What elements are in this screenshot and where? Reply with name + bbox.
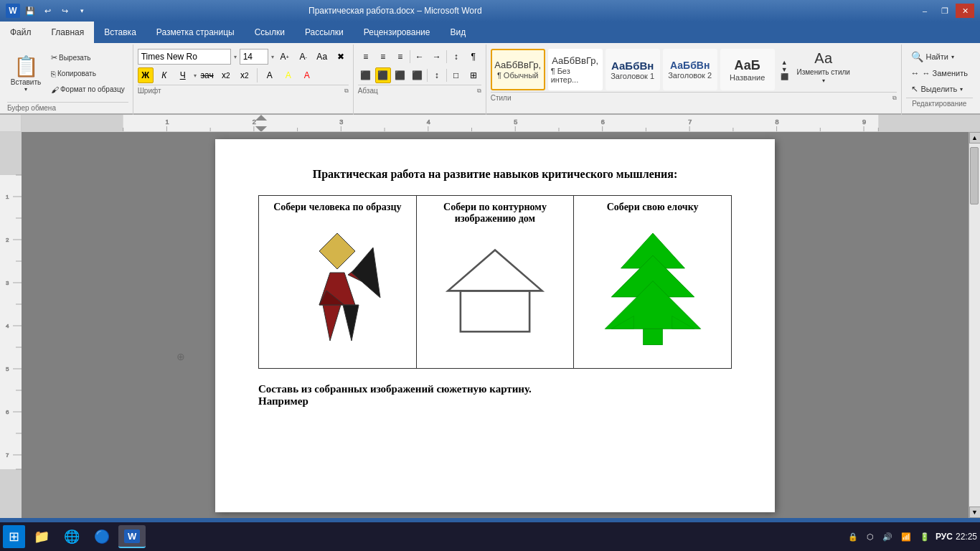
styles-more-btn[interactable]: ⬛ <box>781 73 788 80</box>
svg-text:4: 4 <box>6 323 9 329</box>
style-heading1-btn[interactable]: АаБбВн Заголовок 1 <box>606 49 660 90</box>
menu-tab-mailings[interactable]: Рассылки <box>295 22 354 43</box>
menu-tab-insert[interactable]: Вставка <box>94 22 146 43</box>
add-table-marker[interactable]: ⊕ <box>176 351 185 362</box>
font-name-dropdown[interactable]: ▾ <box>234 54 237 60</box>
font-label: Шрифт⧉ <box>138 85 349 96</box>
document-scroll[interactable]: ⊕ Практическая работа на развитие навыко… <box>22 132 969 518</box>
start-btn[interactable]: ⊞ <box>3 525 25 548</box>
replace-btn[interactable]: ↔ ↔ Заменить <box>906 66 974 80</box>
font-shrink-btn[interactable]: A- <box>296 49 311 65</box>
redo-quick-btn[interactable]: ↪ <box>57 4 72 18</box>
menu-tab-home[interactable]: Главная <box>42 22 95 43</box>
multilevel-btn[interactable]: ≡ <box>392 49 408 65</box>
copy-btn[interactable]: ⎘ Копировать <box>47 67 128 80</box>
style-title-btn[interactable]: АаБ Название <box>720 49 775 90</box>
svg-marker-61 <box>352 248 380 298</box>
indent-more-btn[interactable]: → <box>429 49 445 65</box>
taskbar-chrome-btn[interactable]: 🌐 <box>58 525 85 548</box>
highlight-btn[interactable]: A <box>281 67 296 83</box>
svg-text:2: 2 <box>253 118 256 126</box>
style-normal-btn[interactable]: АаБбВвГр, ¶ Обычный <box>491 49 545 90</box>
svg-text:7: 7 <box>688 118 692 126</box>
styles-scroll-up[interactable]: ▲ <box>781 59 788 66</box>
font-clear-btn[interactable]: ✖ <box>333 49 349 65</box>
line-spacing-btn[interactable]: ↕ <box>429 67 445 83</box>
quick-more-btn[interactable]: ▾ <box>75 4 89 18</box>
taskbar-browser-btn[interactable]: 🔵 <box>88 525 116 548</box>
person-image <box>287 219 387 362</box>
window-title: Практическая работа.docx – Microsoft Wor… <box>308 6 482 16</box>
select-btn[interactable]: ↖ Выделить ▾ <box>906 82 974 96</box>
svg-text:5: 5 <box>6 366 9 372</box>
close-btn[interactable]: ✕ <box>956 4 974 18</box>
tray-network[interactable]: 🔒 <box>845 532 861 542</box>
font-size-input[interactable] <box>240 49 268 65</box>
font-size-dropdown[interactable]: ▾ <box>271 54 274 60</box>
font-grow-btn[interactable]: A+ <box>277 49 293 65</box>
strikethrough-btn[interactable]: зач <box>199 67 215 83</box>
save-quick-btn[interactable]: 💾 <box>23 4 37 18</box>
undo-quick-btn[interactable]: ↩ <box>40 4 55 18</box>
menu-tab-review[interactable]: Рецензирование <box>354 22 440 43</box>
scroll-track[interactable] <box>969 143 980 507</box>
sort-btn[interactable]: ↕ <box>448 49 464 65</box>
menu-tab-layout[interactable]: Разметка страницы <box>146 22 245 43</box>
table-row: Собери человека по образцу <box>259 196 732 369</box>
styles-scroll-down[interactable]: ▼ <box>781 66 788 73</box>
change-styles-btn[interactable]: Аа Изменить стили ▾ <box>798 49 849 90</box>
footer-subtext: Например <box>258 395 732 408</box>
underline-btn[interactable]: Ч <box>175 67 191 83</box>
find-btn[interactable]: 🔍 Найти ▾ <box>906 49 974 65</box>
font-case-btn[interactable]: Аа <box>314 49 330 65</box>
vertical-scrollbar[interactable]: ▲ ▼ <box>969 132 980 518</box>
tray-wifi[interactable]: 📶 <box>898 532 914 542</box>
text-effects-btn[interactable]: A <box>262 67 278 83</box>
scroll-up-arrow[interactable]: ▲ <box>969 132 981 143</box>
taskbar-word-btn[interactable]: W <box>118 525 146 548</box>
align-right-btn[interactable]: ⬛ <box>392 67 408 83</box>
tree-image <box>595 219 710 362</box>
menu-tab-view[interactable]: Вид <box>440 22 476 43</box>
subscript-btn[interactable]: х2 <box>218 67 234 83</box>
scroll-down-arrow[interactable]: ▼ <box>969 507 981 518</box>
svg-text:5: 5 <box>514 118 517 126</box>
paragraph-section: ≡ ≡ ≡ ← → ↕ ¶ ⬛ ⬛ ⬛ ⬛ ↕ □ ⊞ Абзац <box>354 44 486 115</box>
indent-less-btn[interactable]: ← <box>412 49 428 65</box>
svg-text:3: 3 <box>6 280 9 286</box>
cut-btn[interactable]: ✂ Вырезать <box>47 51 128 65</box>
style-nospacing-btn[interactable]: АаБбВвГр, ¶ Без интер... <box>548 49 603 90</box>
taskbar-folder-btn[interactable]: 📁 <box>28 525 55 548</box>
task-3-title: Собери свою елочку <box>607 202 699 213</box>
numbering-btn[interactable]: ≡ <box>375 49 391 65</box>
show-marks-btn[interactable]: ¶ <box>466 49 481 65</box>
menu-bar: Файл Главная Вставка Разметка страницы С… <box>0 22 980 43</box>
italic-btn[interactable]: К <box>156 67 172 83</box>
font-color-btn[interactable]: A <box>299 67 315 83</box>
tray-bluetooth[interactable]: ⬡ <box>864 532 877 542</box>
style-heading2-btn[interactable]: АаБбВн Заголовок 2 <box>663 49 717 90</box>
justify-btn[interactable]: ⬛ <box>410 67 425 83</box>
bullets-btn[interactable]: ≡ <box>358 49 374 65</box>
font-name-input[interactable] <box>138 49 231 65</box>
restore-btn[interactable]: ❐ <box>936 4 954 18</box>
bold-btn[interactable]: Ж <box>138 67 154 83</box>
shading-btn[interactable]: □ <box>448 67 464 83</box>
menu-tab-refs[interactable]: Ссылки <box>245 22 295 43</box>
tray-volume[interactable]: 🔊 <box>880 532 895 542</box>
svg-marker-62 <box>323 305 341 341</box>
svg-marker-63 <box>343 305 359 341</box>
menu-tab-file[interactable]: Файл <box>0 22 42 43</box>
borders-btn[interactable]: ⊞ <box>466 67 481 83</box>
paste-btn[interactable]: 📋 Вставить ▾ <box>7 49 44 98</box>
align-center-btn[interactable]: ⬛ <box>375 67 391 83</box>
superscript-btn[interactable]: х2 <box>237 67 253 83</box>
minimize-btn[interactable]: – <box>915 4 934 18</box>
footer-text: Составь из собранных изображений сюжетну… <box>258 383 732 395</box>
scroll-thumb[interactable] <box>970 147 979 204</box>
clock: 22:25 <box>956 532 977 542</box>
format-painter-btn[interactable]: 🖌 Формат по образцу <box>47 83 128 96</box>
align-left-btn[interactable]: ⬛ <box>358 67 374 83</box>
tray-battery[interactable]: 🔋 <box>917 532 933 542</box>
house-image <box>445 230 545 345</box>
